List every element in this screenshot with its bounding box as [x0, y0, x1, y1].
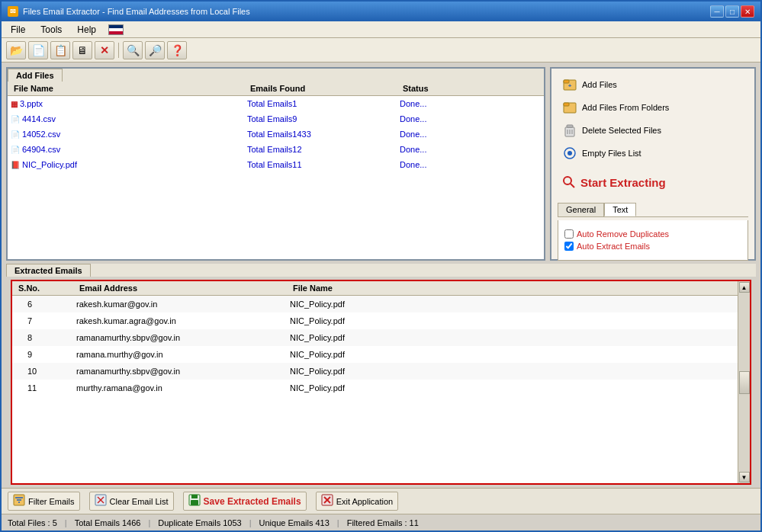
col-filename: File Name — [11, 83, 247, 94]
tab-content: Auto Remove Duplicates Auto Extract Emai… — [558, 220, 748, 261]
auto-remove-row: Auto Remove Duplicates — [564, 229, 741, 239]
menu-help[interactable]: Help — [71, 23, 102, 37]
email-address: murthy.ramana@gov.in — [76, 383, 290, 393]
file-name: 3.pptx — [20, 99, 43, 108]
list-item[interactable]: 9 ramana.murthy@gov.in NIC_Policy.pdf — [12, 346, 750, 363]
table-row[interactable]: 📄 4414.csv Total Emails9 Done... — [8, 111, 544, 127]
filtered-value: 11 — [410, 518, 419, 527]
add-files-tab[interactable]: Add Files — [8, 69, 63, 82]
auto-extract-row: Auto Extract Emails — [564, 242, 741, 251]
save-button[interactable]: Save Extracted Emails — [183, 492, 307, 511]
filtered-label: Filtered Emails : — [347, 518, 407, 527]
table-row[interactable]: 📄 64904.csv Total Emails12 Done... — [8, 142, 544, 157]
emails-found: Total Emails9 — [247, 114, 400, 123]
email-file: NIC_Policy.pdf — [290, 300, 481, 309]
maximize-button[interactable]: □ — [725, 5, 739, 18]
menu-tools[interactable]: Tools — [34, 23, 68, 37]
list-item[interactable]: 10 ramanamurthy.sbpv@gov.in NIC_Policy.p… — [12, 363, 750, 380]
email-sno: 6 — [15, 300, 76, 309]
toolbar-separator — [118, 43, 119, 58]
delete-files-label: Delete Selected Files — [582, 126, 661, 135]
file-list-header: File Name Emails Found Status — [8, 82, 544, 96]
exit-button[interactable]: Exit Application — [316, 492, 399, 511]
email-sno: 8 — [15, 333, 76, 342]
start-label: Start Extracting — [580, 176, 666, 189]
col-emails: Emails Found — [247, 83, 400, 94]
pdf-icon: 📕 — [11, 161, 20, 169]
menu-file[interactable]: File — [5, 23, 31, 37]
delete-files-button[interactable]: Delete Selected Files — [558, 120, 748, 140]
status-bar: Total Files : 5 | Total Emails 1466 | Du… — [2, 514, 760, 530]
clear-list-button[interactable]: Clear Email List — [89, 492, 174, 511]
toolbar-open-button[interactable]: 📂 — [6, 41, 26, 59]
total-emails-label: Total Emails — [75, 518, 120, 527]
toolbar-filter-button[interactable]: 🔍 — [123, 41, 143, 59]
toolbar-screen-button[interactable]: 🖥 — [72, 41, 92, 59]
delete-files-icon — [562, 123, 577, 138]
scroll-up-button[interactable]: ▲ — [739, 282, 750, 293]
toolbar: 📂 📄 📋 🖥 ✕ 🔍 🔎 ❓ — [2, 38, 760, 62]
file-list-body[interactable]: ▦ 3.pptx Total Emails1 Done... 📄 4414.cs… — [8, 96, 544, 259]
auto-extract-checkbox[interactable] — [564, 242, 574, 251]
tab-text[interactable]: Text — [604, 203, 636, 216]
toolbar-search-button[interactable]: 🔎 — [145, 41, 165, 59]
table-row[interactable]: 📄 14052.csv Total Emails1433 Done... — [8, 127, 544, 142]
svg-rect-4 — [564, 103, 569, 106]
svg-point-11 — [567, 151, 572, 155]
clear-icon — [95, 494, 107, 508]
scroll-thumb[interactable] — [739, 371, 750, 394]
email-file: NIC_Policy.pdf — [290, 333, 481, 342]
emails-list-body[interactable]: 6 rakesh.kumar@gov.in NIC_Policy.pdf 7 r… — [12, 296, 750, 483]
add-files-button[interactable]: + Add Files — [558, 75, 748, 95]
auto-extract-label: Auto Extract Emails — [577, 242, 650, 251]
action-bar: Filter Emails Clear Email List Save Extr… — [2, 488, 760, 514]
status: Done... — [400, 99, 514, 108]
toolbar-help-button[interactable]: ❓ — [167, 41, 187, 59]
scrollbar[interactable]: ▲ ▼ — [738, 281, 750, 483]
extracted-emails-tab[interactable]: Extracted Emails — [6, 264, 91, 277]
save-icon — [188, 494, 201, 508]
svg-rect-6 — [567, 125, 573, 127]
emails-found: Total Emails1 — [247, 99, 400, 108]
close-button[interactable]: ✕ — [741, 5, 754, 18]
table-row[interactable]: ▦ 3.pptx Total Emails1 Done... — [8, 96, 544, 111]
unique-value: 413 — [315, 518, 329, 527]
emails-found: Total Emails12 — [247, 145, 400, 154]
toolbar-copy-button[interactable]: 📋 — [50, 41, 70, 59]
exit-icon — [321, 494, 333, 508]
status: Done... — [400, 114, 514, 123]
email-file: NIC_Policy.pdf — [290, 367, 481, 376]
list-item[interactable]: 7 rakesh.kumar.agra@gov.in NIC_Policy.pd… — [12, 312, 750, 329]
email-sno: 7 — [15, 316, 76, 325]
table-row[interactable]: 📕 NIC_Policy.pdf Total Emails11 Done... — [8, 157, 544, 172]
scroll-down-button[interactable]: ▼ — [739, 472, 750, 482]
svg-point-12 — [564, 177, 571, 184]
filter-emails-button[interactable]: Filter Emails — [8, 492, 80, 511]
email-sno: 10 — [15, 367, 76, 376]
right-tabs: General Text — [558, 203, 748, 217]
list-item[interactable]: 6 rakesh.kumar@gov.in NIC_Policy.pdf — [12, 296, 750, 312]
email-file: NIC_Policy.pdf — [290, 316, 481, 325]
start-extracting-button[interactable]: Start Extracting — [558, 172, 748, 192]
duplicate-label: Duplicate Emails — [158, 518, 220, 527]
status: Done... — [400, 160, 514, 169]
empty-list-label: Empty Files List — [582, 149, 641, 158]
ppt-icon: ▦ — [11, 100, 18, 108]
auto-remove-checkbox[interactable] — [564, 229, 574, 239]
list-item[interactable]: 11 murthy.ramana@gov.in NIC_Policy.pdf — [12, 380, 750, 396]
emails-found: Total Emails11 — [247, 160, 400, 169]
menu-bar: File Tools Help — [2, 21, 760, 38]
status: Done... — [400, 130, 514, 139]
toolbar-new-button[interactable]: 📄 — [28, 41, 48, 59]
list-item[interactable]: 8 ramanamurthy.sbpv@gov.in NIC_Policy.pd… — [12, 329, 750, 346]
toolbar-delete-button[interactable]: ✕ — [95, 41, 114, 59]
window-title: Files Email Extractor - Find Email Addre… — [23, 7, 250, 16]
right-panel: + Add Files Add Files From Folders — [550, 67, 756, 261]
add-folders-button[interactable]: Add Files From Folders — [558, 98, 748, 117]
flag-icon — [108, 24, 124, 35]
empty-list-button[interactable]: Empty Files List — [558, 143, 748, 163]
tab-general[interactable]: General — [558, 203, 604, 216]
minimize-button[interactable]: ─ — [710, 5, 724, 18]
total-files-label: Total Files : — [8, 518, 50, 527]
email-address: ramana.murthy@gov.in — [76, 350, 290, 359]
